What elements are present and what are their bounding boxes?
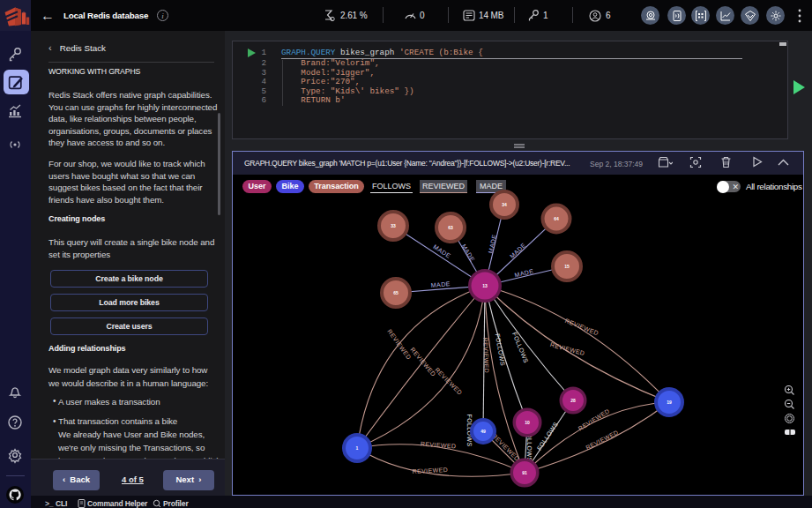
svg-text:49: 49 (480, 429, 486, 434)
svg-text:MADE: MADE (432, 243, 451, 259)
svg-text:34: 34 (502, 202, 507, 207)
svg-text:63: 63 (448, 225, 453, 230)
svg-text:15: 15 (564, 264, 570, 269)
svg-text:91: 91 (522, 470, 527, 475)
svg-text:MADE: MADE (488, 234, 498, 254)
svg-text:MADE: MADE (461, 243, 476, 263)
svg-text:64: 64 (554, 216, 559, 221)
svg-text:REVIEWED: REVIEWED (412, 467, 448, 474)
svg-text:MADE: MADE (431, 280, 451, 288)
svg-text:10: 10 (525, 420, 530, 425)
svg-text:REVIEWED: REVIEWED (434, 366, 464, 396)
svg-text:19: 19 (667, 400, 672, 405)
svg-text:REVIEWED: REVIEWED (482, 338, 489, 374)
svg-text:MADE: MADE (509, 242, 527, 259)
svg-text:33: 33 (391, 223, 396, 228)
svg-text:REVIEWED: REVIEWED (421, 441, 457, 450)
svg-text:REVIEWED: REVIEWED (491, 432, 521, 462)
svg-text:1: 1 (356, 445, 359, 451)
svg-text:13: 13 (482, 283, 488, 288)
svg-text:REVIEWED: REVIEWED (564, 318, 600, 337)
svg-text:REVIEWED: REVIEWED (549, 341, 585, 356)
svg-text:REVIEWED: REVIEWED (577, 407, 611, 431)
svg-text:FOLLOWS: FOLLOWS (495, 333, 506, 367)
svg-text:REVIEWED: REVIEWED (585, 429, 619, 451)
svg-text:65: 65 (393, 290, 399, 295)
svg-text:28: 28 (570, 398, 576, 403)
